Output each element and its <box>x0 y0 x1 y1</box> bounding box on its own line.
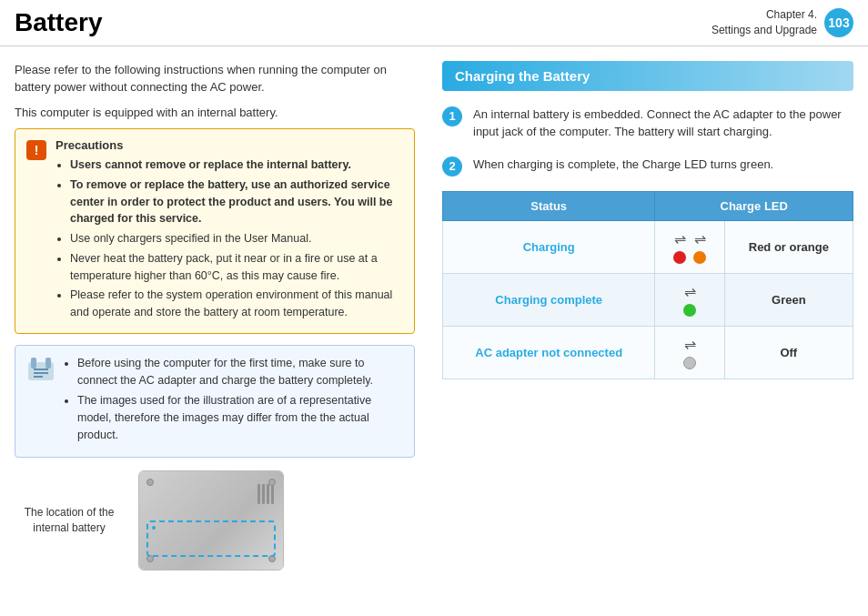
page-number: 103 <box>824 8 853 37</box>
charge-led-table: Status Charge LED Charging ⇌ <box>442 191 853 379</box>
led-dot-orange <box>693 251 706 264</box>
note-item-2: The images used for the illustration are… <box>77 392 403 443</box>
led-value-charging: Red or orange <box>724 220 853 273</box>
step-2: 2 When charging is complete, the Charge … <box>442 156 853 177</box>
svg-rect-1 <box>31 358 36 369</box>
chapter-info: Chapter 4. Settings and Upgrade 103 <box>712 7 853 38</box>
left-column: Please refer to the following instructio… <box>15 61 433 571</box>
led-dot-green <box>683 304 696 317</box>
plug-icon-1: ⇌ <box>674 230 686 247</box>
led-icons-disconnected: ⇌ <box>655 326 724 379</box>
warning-content: Precautions Users cannot remove or repla… <box>56 138 403 324</box>
led-group-left: ⇌ <box>673 230 686 264</box>
intro-line2: This computer is equipped with an intern… <box>15 104 415 122</box>
led-group-complete: ⇌ <box>683 283 696 317</box>
step-1: 1 An internal battery is embedded. Conne… <box>442 106 853 141</box>
led-group-off: ⇌ <box>683 336 696 369</box>
warning-item-4: Never heat the battery pack, put it near… <box>70 250 403 285</box>
table-row-charging: Charging ⇌ ⇌ Red <box>443 220 853 273</box>
led-icons-charging: ⇌ ⇌ <box>655 220 724 273</box>
battery-img-inner <box>139 471 283 570</box>
note-box: Before using the computer for the first … <box>15 345 415 458</box>
svg-rect-2 <box>45 358 51 369</box>
step-1-text: An internal battery is embedded. Connect… <box>473 106 853 141</box>
step-1-number: 1 <box>442 106 462 126</box>
table-row-complete: Charging complete ⇌ Green <box>443 273 853 326</box>
warning-item-5: Please refer to the system operation env… <box>70 287 403 321</box>
battery-image-label: The location of the internal battery <box>15 505 124 536</box>
note-item-1: Before using the computer for the first … <box>77 355 403 389</box>
step-2-text: When charging is complete, the Charge LE… <box>473 156 773 174</box>
led-dot-red <box>673 251 686 264</box>
warning-item-2: To remove or replace the battery, use an… <box>70 177 403 227</box>
right-column: Charging the Battery 1 An internal batte… <box>433 61 853 571</box>
page-header: Battery Chapter 4. Settings and Upgrade … <box>0 0 868 46</box>
plug-icon-complete: ⇌ <box>684 283 696 300</box>
table-header-led: Charge LED <box>655 191 853 220</box>
table-header-status: Status <box>443 191 655 220</box>
warning-box: ! Precautions Users cannot remove or rep… <box>15 128 415 334</box>
led-dot-gray <box>683 357 696 369</box>
screw-tl <box>146 479 154 486</box>
status-complete: Charging complete <box>443 273 655 326</box>
warning-item-1: Users cannot remove or replace the inter… <box>70 157 403 174</box>
table-row-disconnected: AC adapter not connected ⇌ Off <box>443 326 853 379</box>
plug-icon-2: ⇌ <box>694 230 706 247</box>
screw-tr <box>268 479 276 486</box>
battery-vents <box>257 484 274 504</box>
chapter-text: Chapter 4. Settings and Upgrade <box>712 7 817 38</box>
status-charging: Charging <box>443 220 655 273</box>
led-icons-complete: ⇌ <box>655 273 724 326</box>
charging-section-title: Charging the Battery <box>442 61 853 91</box>
warning-icon: ! <box>26 140 46 160</box>
battery-image <box>138 470 284 571</box>
status-disconnected: AC adapter not connected <box>443 326 655 379</box>
note-icon <box>26 355 56 384</box>
warning-title: Precautions <box>56 138 403 152</box>
note-content: Before using the computer for the first … <box>65 355 403 448</box>
step-2-number: 2 <box>442 157 462 177</box>
led-value-complete: Green <box>724 273 853 326</box>
intro-line1: Please refer to the following instructio… <box>15 61 415 96</box>
chapter-sub-label: Settings and Upgrade <box>712 23 817 38</box>
battery-dotted-outline <box>146 520 276 557</box>
led-value-off: Off <box>724 326 853 379</box>
plug-icon-off: ⇌ <box>684 336 696 353</box>
led-group-right: ⇌ <box>693 230 706 264</box>
page-title: Battery <box>15 8 102 37</box>
warning-list: Users cannot remove or replace the inter… <box>56 157 403 321</box>
battery-image-section: The location of the internal battery <box>15 470 415 571</box>
note-list: Before using the computer for the first … <box>65 355 403 444</box>
main-content: Please refer to the following instructio… <box>0 46 868 585</box>
warning-item-3: Use only chargers specified in the User … <box>70 230 403 247</box>
chapter-label: Chapter 4. <box>712 7 817 23</box>
